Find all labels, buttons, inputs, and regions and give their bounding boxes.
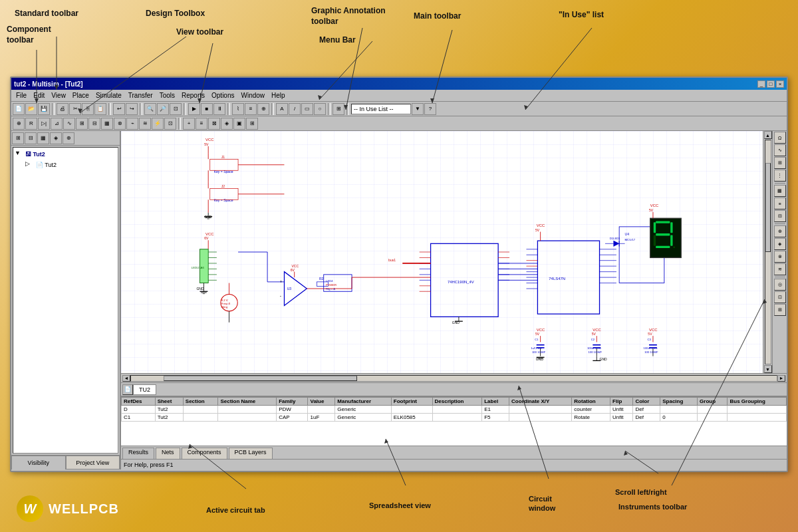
maximize-button[interactable]: □ (767, 80, 775, 88)
inst-multimeter[interactable]: Ω (774, 132, 786, 144)
dt-icon3[interactable]: ▦ (37, 132, 49, 144)
component-source-icon[interactable]: ⊕ (13, 118, 25, 130)
redo-icon[interactable]: ↪ (126, 103, 138, 115)
circle-icon[interactable]: ○ (314, 103, 326, 115)
zoom-fit-icon[interactable]: ⊡ (170, 103, 182, 115)
open-icon[interactable]: 📂 (25, 103, 37, 115)
active-circuit-tab[interactable]: TU2 (133, 384, 156, 395)
inst-scope[interactable]: ⊞ (774, 157, 786, 169)
inst-spectrum[interactable]: ⊗ (774, 251, 786, 263)
inst-word-gen[interactable]: ▦ (774, 185, 786, 197)
component-transistor-icon[interactable]: ⊿ (51, 118, 63, 130)
rect-icon[interactable]: ▭ (301, 103, 313, 115)
print-icon[interactable]: 🖨 (57, 103, 68, 115)
component-electro-icon[interactable]: ≋ (139, 118, 151, 130)
v-scroll-track[interactable] (765, 140, 771, 364)
inst-logic[interactable]: ≡ (774, 198, 786, 209)
copy-icon[interactable]: ⎘ (82, 103, 94, 115)
dt-icon4[interactable]: ◈ (50, 132, 62, 144)
v-scroll-thumb[interactable] (765, 163, 771, 252)
save-icon[interactable]: 💾 (38, 103, 50, 115)
tree-child[interactable]: ▷ 📄 Tut2 (15, 160, 116, 170)
part-search-icon[interactable]: ⊞ (332, 103, 344, 115)
component-hier-icon[interactable]: ▣ (233, 118, 245, 130)
h-scroll-thumb[interactable] (164, 376, 357, 381)
tab-bar-icon[interactable]: 📄 (122, 384, 133, 395)
scroll-down-button[interactable]: ▼ (764, 365, 772, 373)
inst-agilent[interactable]: ◎ (774, 279, 786, 291)
svg-rect-124 (656, 246, 670, 248)
inst-labview[interactable]: ⊞ (774, 304, 786, 316)
menu-reports[interactable]: Reports (178, 91, 208, 100)
menu-place[interactable]: Place (69, 91, 92, 100)
menu-edit[interactable]: Edit (30, 91, 48, 100)
menu-file[interactable]: File (13, 91, 30, 100)
bus-icon[interactable]: ≡ (245, 103, 257, 115)
minimize-button[interactable]: _ (757, 80, 765, 88)
line-icon[interactable]: / (289, 103, 301, 115)
zoom-out-icon[interactable]: 🔎 (157, 103, 169, 115)
undo-icon[interactable]: ↩ (113, 103, 125, 115)
menu-window[interactable]: Window (238, 91, 269, 100)
component-basic-icon[interactable]: R (25, 118, 37, 130)
new-icon[interactable]: 📄 (13, 103, 25, 115)
scroll-right-button[interactable]: ► (777, 375, 785, 382)
component-diode-icon[interactable]: ▷| (38, 118, 50, 130)
circuit-area[interactable]: VCC 5V J1 Key = Space J2 (121, 131, 763, 373)
tree-root[interactable]: ▼ 🖫 Tut2 (15, 149, 116, 160)
scroll-up-button[interactable]: ▲ (764, 131, 772, 139)
tab-visibility[interactable]: Visibility (11, 456, 66, 469)
h-scroll-track[interactable] (130, 375, 777, 382)
menu-help[interactable]: Help (268, 91, 289, 100)
junction-icon[interactable]: ⊕ (257, 103, 269, 115)
component-power-icon[interactable]: ⚡ (152, 118, 164, 130)
tab-components[interactable]: Components (182, 448, 227, 459)
component-net-icon[interactable]: ≡ (196, 118, 207, 130)
text-icon[interactable]: A (276, 103, 288, 115)
menu-options[interactable]: Options (208, 91, 237, 100)
wire-icon[interactable]: ⌇ (232, 103, 244, 115)
tab-pcb-layers[interactable]: PCB Layers (229, 448, 273, 459)
zoom-in-icon[interactable]: 🔍 (144, 103, 156, 115)
component-misc-icon[interactable]: ⊗ (114, 118, 126, 130)
inst-bode[interactable]: ⋮ (774, 170, 786, 182)
in-use-dropdown[interactable]: ▼ (412, 103, 424, 115)
component-ttl-icon[interactable]: ⊞ (76, 118, 88, 130)
tab-nets[interactable]: Nets (156, 448, 180, 459)
scroll-left-button[interactable]: ◄ (122, 375, 130, 382)
component-cmos-icon[interactable]: ⊟ (88, 118, 100, 130)
component-bus-icon[interactable]: ⊠ (208, 118, 220, 130)
inst-iv[interactable]: ⊕ (774, 225, 786, 237)
inst-logic-conv[interactable]: ⊟ (774, 210, 786, 222)
table-row[interactable]: C1 Tut2 CAP 1uF Generic ELK0585 F5 (122, 414, 787, 422)
component-mcu-icon[interactable]: ▦ (101, 118, 113, 130)
inst-tektronix[interactable]: ⊡ (774, 291, 786, 303)
inst-fn-gen[interactable]: ∿ (774, 144, 786, 156)
menu-transfer[interactable]: Transfer (125, 91, 156, 100)
close-button[interactable]: × (776, 80, 784, 88)
tab-results[interactable]: Results (122, 448, 154, 459)
component-measurement-icon[interactable]: ⊡ (164, 118, 176, 130)
paste-icon[interactable]: 📋 (94, 103, 106, 115)
component-rf-icon[interactable]: ⌁ (126, 118, 138, 130)
tab-project-view[interactable]: Project View (66, 456, 120, 469)
dt-icon5[interactable]: ⊕ (63, 132, 74, 144)
stop-sim-icon[interactable]: ■ (201, 103, 213, 115)
help-icon[interactable]: ? (424, 103, 436, 115)
table-row[interactable]: D Tut2 PDW Generic E1 (122, 406, 787, 414)
inst-distort[interactable]: ◈ (774, 238, 786, 250)
inst-net[interactable]: ≋ (774, 263, 786, 275)
in-use-input[interactable] (351, 104, 411, 114)
menu-simulate[interactable]: Simulate (92, 91, 125, 100)
dt-icon1[interactable]: ⊞ (12, 132, 24, 144)
menu-view[interactable]: View (48, 91, 69, 100)
component-prop-icon[interactable]: ⊞ (246, 118, 258, 130)
menu-tools[interactable]: Tools (156, 91, 178, 100)
pause-sim-icon[interactable]: ⏸ (213, 103, 225, 115)
component-analog-icon[interactable]: ∿ (63, 118, 75, 130)
component-place-icon[interactable]: + (183, 118, 195, 130)
run-sim-icon[interactable]: ▶ (188, 103, 200, 115)
cut-icon[interactable]: ✂ (69, 103, 81, 115)
dt-icon2[interactable]: ⊟ (25, 132, 37, 144)
component-conn-icon[interactable]: ◈ (221, 118, 233, 130)
